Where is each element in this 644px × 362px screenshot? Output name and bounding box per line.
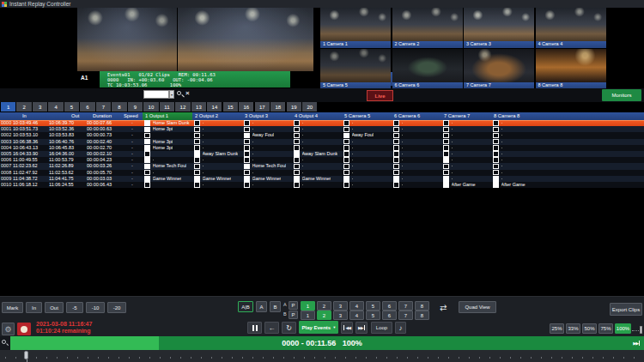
event-checkbox[interactable] — [194, 170, 200, 176]
event-checkbox[interactable] — [493, 133, 499, 139]
replay-icon[interactable]: ↻ — [282, 322, 296, 334]
search-input[interactable] — [143, 90, 169, 99]
bus-b-camera-8-button[interactable]: 8 — [415, 311, 429, 320]
event-checkbox[interactable] — [244, 145, 250, 151]
event-cell[interactable]: - — [392, 120, 441, 126]
tab-19[interactable]: 19 — [287, 102, 301, 112]
preview-monitor-a[interactable] — [77, 8, 177, 71]
event-cell[interactable]: Home 3pt — [143, 145, 192, 151]
event-cell[interactable]: - — [441, 151, 491, 157]
event-checkbox[interactable] — [493, 176, 499, 182]
event-cell[interactable]: - — [441, 157, 491, 163]
event-row-0007[interactable]: 000711:02:23.6211:02:26.8900:00:03.26-Ho… — [0, 163, 644, 169]
event-row-0009[interactable]: 000911:04:38.7211:04:41.7500:00:03.03-Ga… — [0, 176, 644, 182]
event-cell[interactable]: - — [342, 176, 392, 182]
tab-12[interactable]: 12 — [175, 102, 190, 112]
play-events-button[interactable]: Play Events▾ — [299, 321, 338, 334]
tab-2[interactable]: 2 — [16, 102, 31, 112]
event-checkbox[interactable] — [393, 133, 399, 139]
bus-a-program-button[interactable]: P — [289, 301, 298, 310]
event-checkbox[interactable] — [493, 182, 499, 188]
bus-a-camera-1-button[interactable]: 1 — [301, 301, 315, 311]
camera-6-thumbnail[interactable]: 6 Camera 6 — [392, 49, 463, 89]
event-checkbox[interactable] — [393, 182, 399, 188]
event-checkbox[interactable] — [294, 133, 300, 139]
b-mode-button[interactable]: B — [270, 301, 281, 312]
event-checkbox[interactable] — [443, 164, 449, 170]
event-cell[interactable]: Home 3pt — [143, 126, 192, 132]
minus-20-button[interactable]: -20 — [107, 302, 126, 313]
tab-1[interactable]: 1 — [1, 102, 15, 112]
event-checkbox[interactable] — [343, 157, 349, 163]
event-checkbox[interactable] — [294, 151, 300, 157]
in-button[interactable]: In — [26, 302, 42, 313]
event-cell[interactable]: - — [242, 120, 292, 126]
bus-b-camera-7-button[interactable]: 7 — [398, 311, 413, 320]
zoom-50-button[interactable]: 50% — [582, 323, 597, 334]
swap-ab-icon[interactable]: ⇄ — [440, 303, 447, 312]
event-checkbox[interactable] — [493, 157, 499, 163]
event-cell[interactable]: Game Winner — [242, 176, 292, 182]
event-checkbox[interactable] — [343, 164, 349, 170]
record-button[interactable] — [17, 323, 31, 335]
event-cell[interactable] — [143, 151, 192, 157]
event-checkbox[interactable] — [393, 170, 399, 176]
bus-a-camera-2-button[interactable]: 2 — [317, 301, 331, 311]
event-cell[interactable]: Home Tech Foul — [242, 163, 292, 169]
event-checkbox[interactable] — [493, 151, 499, 157]
event-cell[interactable]: After Game — [491, 182, 541, 188]
event-cell[interactable] — [143, 182, 192, 188]
bus-b-camera-5-button[interactable]: 5 — [366, 311, 380, 320]
event-checkbox[interactable] — [294, 170, 300, 176]
event-cell[interactable]: - — [441, 132, 491, 138]
event-checkbox[interactable] — [393, 164, 399, 170]
event-checkbox[interactable] — [294, 139, 300, 145]
tab-8[interactable]: 8 — [112, 102, 126, 112]
column-header-duration[interactable]: Duration — [93, 112, 112, 120]
bus-a-camera-5-button[interactable]: 5 — [366, 301, 380, 311]
event-cell[interactable]: - — [491, 163, 541, 169]
event-checkbox[interactable] — [244, 170, 250, 176]
zoom-slider-handle[interactable] — [640, 326, 642, 334]
column-header-channel-1[interactable]: 1 Output 1 — [143, 112, 192, 120]
event-cell[interactable]: - — [192, 126, 242, 132]
event-checkbox[interactable] — [393, 151, 399, 157]
loop-button[interactable]: Loop — [371, 322, 392, 334]
event-cell[interactable]: - — [392, 157, 441, 163]
event-cell[interactable]: Home Slam Dunk — [143, 120, 192, 126]
bus-b-camera-4-button[interactable]: 4 — [349, 311, 364, 320]
event-cell[interactable]: - — [292, 126, 342, 132]
event-cell[interactable]: Away Foul — [342, 132, 392, 138]
event-checkbox[interactable] — [194, 182, 200, 188]
timeline-scrubber[interactable] — [0, 350, 644, 362]
event-checkbox[interactable] — [443, 139, 449, 145]
event-checkbox[interactable] — [343, 133, 349, 139]
event-cell[interactable]: - — [342, 126, 392, 132]
camera-4-thumbnail[interactable]: 4 Camera 4 — [536, 8, 606, 48]
event-cell[interactable]: Game Winner — [192, 176, 242, 182]
playback-progress-bar[interactable]: 0000 - 00:11.56 100% ▶▶ — [0, 336, 644, 350]
event-row-0002[interactable]: 000210:03:53.1010:03:53.8300:00:00.73--A… — [0, 132, 644, 138]
event-cell[interactable]: - — [143, 170, 192, 176]
event-cell[interactable]: - — [192, 145, 242, 151]
column-header-channel-3[interactable]: 3 Output 3 — [242, 112, 292, 120]
event-checkbox[interactable] — [244, 127, 250, 133]
event-checkbox[interactable] — [493, 164, 499, 170]
event-cell[interactable]: - — [342, 170, 392, 176]
event-checkbox[interactable] — [244, 164, 250, 170]
event-checkbox[interactable] — [294, 182, 300, 188]
event-cell[interactable]: - — [392, 126, 441, 132]
event-cell[interactable]: - — [441, 170, 491, 176]
column-header-in[interactable]: In — [22, 112, 27, 120]
event-row-0004[interactable]: 000410:06:43.1310:06:45.8300:00:02.70-Ho… — [0, 145, 644, 151]
event-cell[interactable]: - — [342, 145, 392, 151]
event-checkbox[interactable] — [244, 176, 250, 182]
event-checkbox[interactable] — [194, 133, 200, 139]
event-cell[interactable]: Away Foul — [242, 132, 292, 138]
event-cell[interactable]: - — [342, 157, 392, 163]
event-checkbox[interactable] — [144, 157, 150, 163]
event-cell[interactable]: Game Winner — [143, 176, 192, 182]
event-checkbox[interactable] — [144, 164, 150, 170]
event-cell[interactable] — [143, 132, 192, 138]
event-checkbox[interactable] — [493, 170, 499, 176]
